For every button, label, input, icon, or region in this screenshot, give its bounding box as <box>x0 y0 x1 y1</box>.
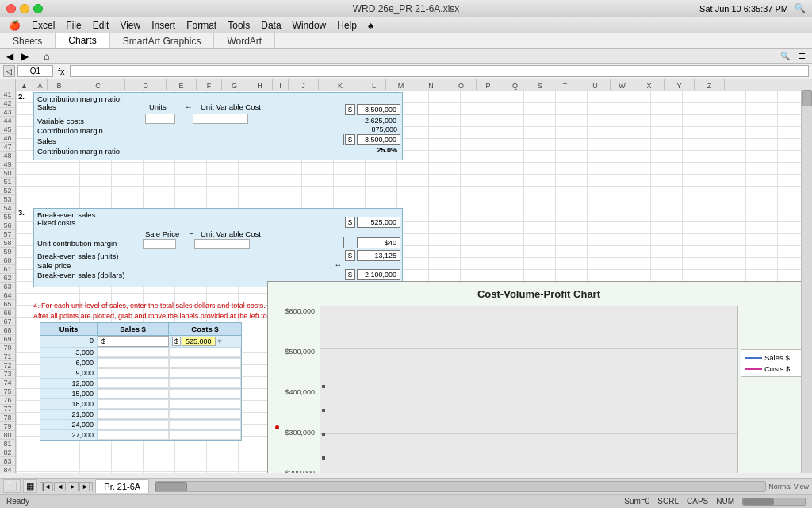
cell-sales-3[interactable] <box>98 368 169 378</box>
col-head-s[interactable]: S <box>530 79 550 91</box>
tab-wordart[interactable]: WordArt <box>214 33 275 48</box>
formula-input[interactable] <box>70 65 809 77</box>
toolbar-forward[interactable]: ▶ <box>18 50 32 63</box>
col-head-i[interactable]: I <box>273 79 289 91</box>
scroll-thumb[interactable] <box>802 90 812 106</box>
sheet-prev-btn[interactable]: ◄ <box>54 482 66 491</box>
cell-costs-1[interactable] <box>169 348 241 357</box>
col-head-n[interactable]: N <box>416 79 446 91</box>
cell-costs-9[interactable] <box>169 430 241 440</box>
col-head-h[interactable]: H <box>247 79 273 91</box>
col-head-c[interactable]: C <box>71 79 125 91</box>
menu-insert[interactable]: Insert <box>146 19 181 32</box>
dropdown-0[interactable]: ▼ <box>216 337 224 345</box>
cell-costs-0[interactable]: $ 525,000 ▼ <box>169 336 241 347</box>
tab-smartart[interactable]: SmartArt Graphics <box>110 33 215 48</box>
col-head-e[interactable]: E <box>167 79 197 91</box>
menu-window[interactable]: Window <box>287 19 332 32</box>
normal-view-icon[interactable]: ⬜ <box>3 479 21 493</box>
cell-sales-8[interactable] <box>98 420 169 429</box>
h-scroll-thumb[interactable] <box>155 482 187 491</box>
col-head-d[interactable]: D <box>125 79 167 91</box>
name-box[interactable] <box>17 65 53 77</box>
maximize-button[interactable] <box>33 4 43 13</box>
zoom-button[interactable]: 🔍 <box>777 51 793 61</box>
close-button[interactable] <box>6 4 16 13</box>
cell-sales-0[interactable]: $ <box>98 336 169 347</box>
toolbar-home[interactable]: ⌂ <box>40 50 52 63</box>
cell-costs-8[interactable] <box>169 420 241 429</box>
col-head-l[interactable]: L <box>362 79 386 91</box>
right-scrollbar[interactable] <box>801 90 812 473</box>
col-head-k[interactable]: K <box>319 79 362 91</box>
page-layout-icon[interactable]: ▦ <box>23 479 37 493</box>
minimize-button[interactable] <box>20 4 29 13</box>
cell-sales-4[interactable] <box>98 379 169 388</box>
be-dollar2: $ <box>345 250 355 261</box>
chart-datapoint-2 <box>322 409 325 412</box>
row-79: 79 <box>0 422 15 431</box>
cm-units-input[interactable] <box>145 114 175 124</box>
menu-format[interactable]: Format <box>181 19 222 32</box>
toolbar-back[interactable]: ◀ <box>3 50 17 63</box>
col-head-a[interactable]: A <box>33 79 48 91</box>
be-sp-input[interactable] <box>143 239 176 249</box>
cell-sales-1[interactable] <box>98 348 169 357</box>
col-head-m[interactable]: M <box>386 79 416 91</box>
menu-excel[interactable]: Excel <box>26 19 60 32</box>
sheet-tab-active[interactable]: Pr. 21-6A <box>95 479 149 493</box>
y-label-200: $200,000 <box>285 469 315 473</box>
col-head-y[interactable]: Y <box>665 79 695 91</box>
cell-costs-2[interactable] <box>169 358 241 368</box>
sheet-next-btn[interactable]: ► <box>67 482 79 491</box>
col-head-f[interactable]: F <box>197 79 222 91</box>
col-units-header: Units <box>40 323 98 335</box>
menu-help[interactable]: Help <box>331 19 362 32</box>
search-icon[interactable]: 🔍 <box>795 3 806 13</box>
be-uvc-input[interactable] <box>194 239 250 249</box>
row-58: 58 <box>0 239 15 248</box>
col-head-t[interactable]: T <box>550 79 580 91</box>
col-head-u[interactable]: U <box>580 79 611 91</box>
row-81: 81 <box>0 440 15 448</box>
cell-costs-4[interactable] <box>169 379 241 388</box>
cell-sales-5[interactable] <box>98 389 169 398</box>
cell-costs-5[interactable] <box>169 389 241 398</box>
cell-sales-2[interactable] <box>98 358 169 368</box>
cm-uvc-label: Unit Variable Cost <box>201 102 261 111</box>
zoom-bar[interactable] <box>742 498 806 506</box>
menu-view[interactable]: View <box>114 19 146 32</box>
menu-edit[interactable]: Edit <box>87 19 115 32</box>
costs-0-val[interactable]: 525,000 <box>182 337 216 346</box>
col-head-w[interactable]: W <box>611 79 634 91</box>
menu-extra[interactable]: ♠ <box>362 18 379 33</box>
col-head-z[interactable]: Z <box>695 79 725 91</box>
list-button[interactable]: ☰ <box>795 51 809 61</box>
cell-costs-3[interactable] <box>169 368 241 378</box>
col-head-j[interactable]: J <box>289 79 319 91</box>
tab-sheets[interactable]: Sheets <box>0 33 56 48</box>
col-head-b[interactable]: B <box>48 79 71 91</box>
cell-costs-7[interactable] <box>169 410 241 419</box>
menu-data[interactable]: Data <box>255 19 286 32</box>
cm-uvc-input[interactable] <box>193 114 248 124</box>
cell-costs-6[interactable] <box>169 399 241 409</box>
row-54: 54 <box>0 204 15 213</box>
row-62: 62 <box>0 274 15 283</box>
collapse-icon[interactable]: ◁ <box>3 65 15 77</box>
col-head-x[interactable]: X <box>634 79 665 91</box>
cell-sales-6[interactable] <box>98 399 169 409</box>
col-head-o[interactable]: O <box>446 79 477 91</box>
tab-charts[interactable]: Charts <box>56 33 109 48</box>
col-head-g[interactable]: G <box>222 79 247 91</box>
sheet-last-btn[interactable]: ►| <box>79 482 93 491</box>
menu-file[interactable]: File <box>60 19 86 32</box>
sheet-first-btn[interactable]: |◄ <box>40 482 53 491</box>
cell-sales-7[interactable] <box>98 410 169 419</box>
menu-apple[interactable]: 🍎 <box>3 19 26 32</box>
menu-tools[interactable]: Tools <box>222 19 255 32</box>
col-head-q[interactable]: Q <box>500 79 530 91</box>
cell-sales-9[interactable] <box>98 430 169 440</box>
col-head-p[interactable]: P <box>477 79 500 91</box>
h-scrollbar[interactable] <box>155 481 766 492</box>
